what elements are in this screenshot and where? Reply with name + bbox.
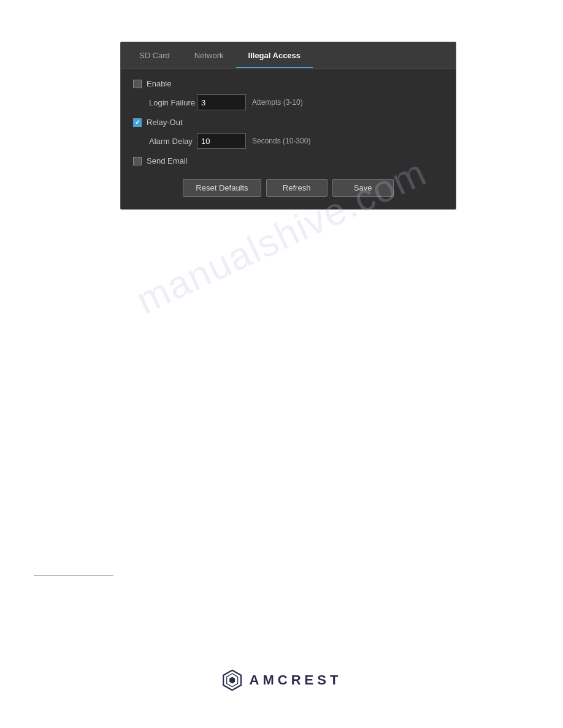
send-email-row: Send Email xyxy=(133,156,443,165)
alarm-delay-row: Alarm Delay Seconds (10-300) xyxy=(133,133,443,149)
amcrest-logo-text: AMCREST xyxy=(250,672,342,688)
tab-bar: SD Card Network Illegal Access xyxy=(121,42,456,69)
alarm-delay-label: Alarm Delay xyxy=(136,137,197,146)
buttons-row: Reset Defaults Refresh Save xyxy=(133,176,443,197)
alarm-delay-input[interactable] xyxy=(197,133,246,149)
save-button[interactable]: Save xyxy=(332,179,394,197)
tab-sd-card[interactable]: SD Card xyxy=(127,44,182,67)
login-failure-label: Login Failure xyxy=(136,98,197,107)
alarm-delay-hint: Seconds (10-300) xyxy=(252,137,310,145)
send-email-label: Send Email xyxy=(147,156,187,165)
enable-checkbox[interactable] xyxy=(133,80,142,88)
tab-illegal-access[interactable]: Illegal Access xyxy=(236,44,313,67)
login-failure-hint: Attempts (3-10) xyxy=(252,98,303,107)
relay-out-row: Relay-Out xyxy=(133,118,443,127)
login-failure-input[interactable] xyxy=(197,94,246,110)
enable-label: Enable xyxy=(147,79,171,88)
svg-marker-2 xyxy=(229,677,235,684)
illegal-access-panel: SD Card Network Illegal Access Enable Lo… xyxy=(120,42,456,210)
amcrest-logo-icon xyxy=(221,669,243,691)
tab-network[interactable]: Network xyxy=(182,44,236,67)
bottom-underline xyxy=(34,575,113,576)
panel-content: Enable Login Failure Attempts (3-10) Rel… xyxy=(121,69,456,209)
send-email-checkbox[interactable] xyxy=(133,157,142,165)
relay-out-checkbox[interactable] xyxy=(133,118,142,127)
relay-out-label: Relay-Out xyxy=(147,118,183,127)
reset-defaults-button[interactable]: Reset Defaults xyxy=(183,179,261,197)
login-failure-row: Login Failure Attempts (3-10) xyxy=(133,94,443,110)
refresh-button[interactable]: Refresh xyxy=(266,179,327,197)
amcrest-logo: AMCREST xyxy=(221,669,342,691)
enable-row: Enable xyxy=(133,79,443,88)
